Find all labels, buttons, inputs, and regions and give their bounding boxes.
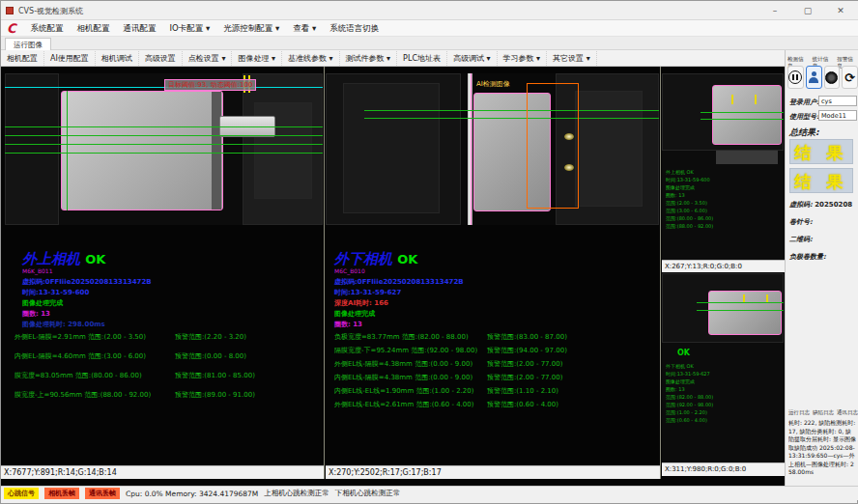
toolbar-button[interactable]: 相机配置 <box>1 51 44 66</box>
measurement-row: 外侧EL线-隔膜=4.38mm 范围:(0.00 - 9.00) 预警范围:(2… <box>334 357 655 371</box>
aux-camera-image-bottom[interactable]: OK 外下相机 OK时间:13-31-59-627图像处理完成圈数: 13范围:… <box>662 273 784 462</box>
pause-icon <box>788 70 802 84</box>
toolbar: 相机配置AI使用配置相机调试高级设置点检设置 ▾图像处理 ▾基准线参数 ▾测试件… <box>1 50 858 67</box>
cell-region <box>61 91 223 210</box>
measure-line <box>701 112 784 113</box>
camera-lens-button[interactable] <box>824 66 841 89</box>
toolbar-items: 相机配置AI使用配置相机调试高级设置点检设置 ▾图像处理 ▾基准线参数 ▾测试件… <box>1 51 597 66</box>
mini-info-text: 外下相机 OK时间:13-31-59-627图像处理完成圈数: 13范围:(82… <box>666 362 713 424</box>
model-label: 使用型号: <box>789 112 819 122</box>
switch-refresh-button[interactable]: ⟳ <box>842 66 858 89</box>
measure-line <box>364 110 659 111</box>
machinery-shape <box>5 73 59 225</box>
measurement-row: 膜宽度=83.05mm 范围:(80.00 - 86.00) 预警范围:(81.… <box>14 366 319 385</box>
brand-logo-icon: C <box>7 21 16 36</box>
neg-roll-count-label: 负极卷数量: <box>789 252 826 262</box>
menu-item[interactable]: 查看 ▾ <box>286 20 323 36</box>
toolbar-button[interactable]: 学习参数 ▾ <box>498 51 548 66</box>
left-camera-subtitle: M6K_B011 <box>22 267 53 274</box>
menu-item[interactable]: 光源控制配置 ▾ <box>216 20 286 36</box>
menu-item[interactable]: 系统配置 <box>24 20 71 36</box>
cell-region <box>708 291 782 335</box>
toolbar-button[interactable]: 高级设置 <box>139 51 183 66</box>
upper-camera-image[interactable]: 目标阈值:93, 动态阈值:100 <box>5 73 323 225</box>
maximize-button[interactable]: ▢ <box>791 3 824 18</box>
left-turns: 圈数: 13 <box>22 309 50 319</box>
left-barcode: 虚拟码:0FFIiie2025020813313472B <box>22 277 152 287</box>
machinery-shape <box>716 151 778 164</box>
upper-camera-heartbeat-text: 上相机心跳检测正常 <box>264 489 329 498</box>
lens-icon <box>825 71 838 84</box>
camera-result: OK <box>397 252 417 266</box>
right-bottom-coordinate-bar: X:311;Y:980;R:0;G:0;B:0 <box>662 462 785 476</box>
measure-line <box>5 144 323 145</box>
left-coordinate-bar: X:7677;Y:891;R:14;G:14;B:14 <box>1 465 324 479</box>
log-text[interactable]: 耗时: 222, 缺陷检测耗时: 17, 缺陷分类耗时: 0, 缺陷提取分层耗时… <box>788 419 856 481</box>
pause-button[interactable] <box>787 66 804 89</box>
toolbar-button[interactable]: 点检设置 ▾ <box>183 51 233 66</box>
log-tab[interactable]: 缺陷日志 <box>813 409 834 416</box>
left-process-done: 图像处理完成 <box>22 298 63 308</box>
measurement-row: 外侧EL线-EL线=2.61mm 范围:(0.60 - 4.00) 预警范围:(… <box>334 398 655 411</box>
measurement-row: 内侧EL-隔膜=4.60mm 范围:(3.00 - 6.00) 预警范围:(0.… <box>14 347 319 366</box>
aux-camera-image-top[interactable]: 外上相机 OK时间:13-31-59-600图像处理完成圈数: 13范围:(2.… <box>662 73 784 260</box>
cpu-memory-text: Cpu: 0.0% Memory: 3424.4179687M <box>126 490 258 498</box>
menu-item[interactable]: 相机配置 <box>71 20 117 36</box>
measure-line <box>5 153 323 154</box>
measurement-row: 膜宽度-上=90.56mm 范围:(88.00 - 92.00) 预警范围:(8… <box>14 385 319 405</box>
measurement-row: 隔膜宽度-下=95.24mm 范围:(92.00 - 98.00) 预警范围:(… <box>334 344 655 357</box>
left-camera-title: 外上相机 OK <box>22 250 105 268</box>
overlay-line <box>471 73 472 225</box>
camera-name: 外下相机 <box>334 250 392 267</box>
toolbar-button[interactable]: 高级调试 ▾ <box>447 51 498 66</box>
measure-line <box>697 302 784 303</box>
control-button-row: ⟳ <box>787 66 858 89</box>
menu-item[interactable]: 通讯配置 <box>117 20 163 36</box>
close-button[interactable]: ✕ <box>824 3 857 18</box>
measure-line <box>5 135 323 136</box>
mini-info-text: 外上相机 OK时间:13-31-59-600图像处理完成圈数: 13范围:(2.… <box>666 168 713 230</box>
camera-drop-badge: 相机丢帧 <box>44 488 79 499</box>
center-camera-title: 外下相机 OK <box>334 250 417 268</box>
needle-number-label: 卷针号: <box>789 217 813 227</box>
measurement-row: 内侧EL线-隔膜=4.38mm 范围:(0.00 - 9.00) 预警范围:(2… <box>334 371 655 384</box>
result-indicator-2: 结 果 <box>789 168 853 193</box>
highlight-spot <box>564 164 574 171</box>
minimize-button[interactable]: – <box>758 3 791 18</box>
window-title: CVS-视觉检测系统 <box>18 6 83 16</box>
center-coordinate-bar: X:270;Y:2502;R:17;G:17;B:17 <box>326 465 660 479</box>
right-top-coordinate-bar: X:267;Y:13;R:0;G:0;B:0 <box>662 260 785 272</box>
measurement-row: 负极宽度=83.77mm 范围:(82.00 - 88.00) 预警范围:(83… <box>334 330 655 344</box>
model-field[interactable]: Mode11 <box>818 110 857 121</box>
toolbar-button[interactable]: 图像处理 ▾ <box>232 51 282 66</box>
menu-item[interactable]: 系统语言切换 <box>323 20 386 36</box>
menu-items: 系统配置相机配置通讯配置IO卡配置 ▾光源控制配置 ▾查看 ▾系统语言切换 <box>24 20 386 36</box>
measure-line <box>697 310 784 311</box>
marker-line <box>731 95 733 104</box>
center-time: 时间:13-31-59-627 <box>334 288 401 297</box>
title-bar: CVS-视觉检测系统 – ▢ ✕ <box>1 1 858 20</box>
marker-line <box>743 294 745 302</box>
toolbar-button[interactable]: 基准线参数 ▾ <box>282 51 340 66</box>
toolbar-button[interactable]: 测试件参数 ▾ <box>340 51 398 66</box>
login-user-field[interactable]: cys <box>818 96 857 106</box>
app-window: CVS-视觉检测系统 – ▢ ✕ C 系统配置相机配置通讯配置IO卡配置 ▾光源… <box>0 0 858 504</box>
cell-edge-shade <box>212 92 221 210</box>
toolbar-button[interactable]: 其它设置 ▾ <box>547 51 597 66</box>
result-indicator-1: 结 果 <box>789 139 853 164</box>
menu-item[interactable]: IO卡配置 ▾ <box>163 20 217 36</box>
tab-run-image[interactable]: 运行图像 <box>5 38 51 50</box>
marker-line <box>755 95 757 104</box>
toolbar-button[interactable]: PLC地址表 <box>397 51 447 66</box>
comm-drop-badge: 通讯丢帧 <box>85 488 120 499</box>
log-tab[interactable]: 运行日志 <box>788 409 810 416</box>
heartbeat-badge: 心跳信号 <box>4 488 39 499</box>
threshold-overlay: 目标阈值:93, 动态阈值:100 <box>164 79 256 91</box>
log-tab[interactable]: 通讯日志 <box>837 409 858 416</box>
toolbar-button[interactable]: 相机调试 <box>96 51 139 66</box>
center-camera-subtitle: M6C_B010 <box>334 267 365 274</box>
virtual-code-caption: 虚拟码: <box>789 201 813 209</box>
user-mode-button[interactable] <box>806 66 822 89</box>
lower-camera-image[interactable]: AI检测图像 <box>326 73 659 225</box>
toolbar-button[interactable]: AI使用配置 <box>44 51 96 66</box>
